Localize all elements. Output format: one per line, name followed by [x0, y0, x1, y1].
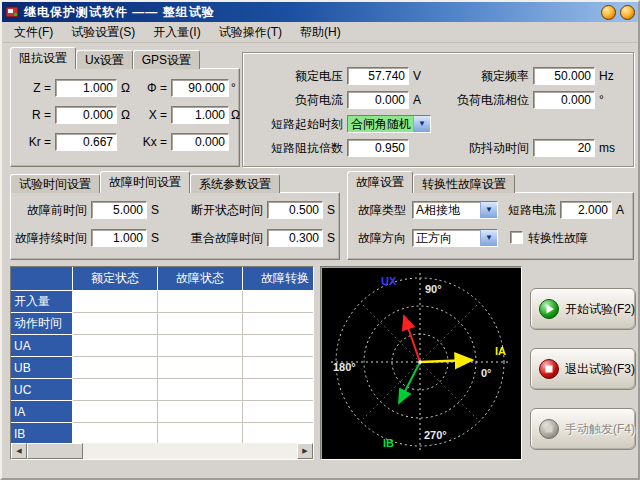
ux-axis-label: UX	[381, 275, 397, 287]
open-state-time-field[interactable]: 0.500	[267, 201, 323, 219]
chevron-down-icon[interactable]: ▼	[413, 116, 430, 132]
table-cell[interactable]	[73, 401, 158, 423]
chevron-down-icon[interactable]: ▼	[480, 202, 497, 218]
tab-gps-settings[interactable]: GPS设置	[133, 50, 200, 69]
manual-trigger-icon	[538, 418, 560, 440]
load-current-field[interactable]: 0.000	[347, 91, 409, 109]
window-title: 继电保护测试软件 —— 整组试验	[24, 4, 215, 21]
x-field[interactable]: 1.000	[171, 106, 229, 124]
r-label: R =	[13, 106, 51, 124]
tab-fault-time-settings[interactable]: 故障时间设置	[100, 171, 190, 193]
table-cell[interactable]	[73, 379, 158, 401]
menu-item-test-settings[interactable]: 试验设置(S)	[62, 22, 144, 43]
convertible-fault-checkbox[interactable]	[510, 231, 523, 244]
close-button[interactable]	[620, 5, 635, 20]
reclose-fault-time-field[interactable]: 0.300	[267, 229, 323, 247]
minimize-button[interactable]	[601, 5, 616, 20]
time-tabbar: 试验时间设置 故障时间设置 系统参数设置	[10, 172, 280, 193]
tab-convertible-fault-settings[interactable]: 转换性故障设置	[413, 174, 515, 193]
table-cell[interactable]	[73, 313, 158, 335]
table-cell[interactable]	[243, 335, 314, 357]
tab-test-time-settings[interactable]: 试验时间设置	[10, 174, 100, 193]
table-row: UA	[11, 335, 313, 357]
menu-item-file[interactable]: 文件(F)	[5, 22, 62, 43]
manual-trigger-label: 手动触发(F4)	[565, 421, 635, 438]
table-cell[interactable]	[243, 423, 314, 445]
short-circuit-current-field[interactable]: 2.000	[560, 201, 612, 219]
table-cell[interactable]	[73, 291, 158, 313]
table-cell[interactable]	[243, 357, 314, 379]
table-cell[interactable]	[73, 357, 158, 379]
exit-test-button[interactable]: 退出试验(F3)	[530, 348, 636, 390]
load-current-phase-field[interactable]: 0.000	[533, 91, 595, 109]
system-settings-group: 额定电压 57.740 V 额定频率 50.000 Hz 负荷电流 0.000 …	[242, 52, 634, 167]
tab-ux-settings[interactable]: Ux设置	[76, 50, 133, 69]
start-icon	[538, 298, 560, 320]
table-cell[interactable]	[158, 313, 243, 335]
chevron-down-icon[interactable]: ▼	[480, 230, 497, 246]
impedance-multiplier-field[interactable]: 0.950	[347, 139, 409, 157]
impedance-panel: Z = 1.000 Ω Φ = 90.000 ° R = 0.000 Ω X =…	[10, 68, 240, 167]
scroll-thumb[interactable]	[27, 443, 83, 459]
table-cell[interactable]	[158, 401, 243, 423]
rated-voltage-label: 额定电压	[247, 67, 343, 85]
manual-trigger-button[interactable]: 手动触发(F4)	[530, 408, 636, 450]
table-cell[interactable]	[243, 291, 314, 313]
fault-direction-combo[interactable]: 正方向 ▼	[412, 229, 498, 247]
tab-system-param-settings[interactable]: 系统参数设置	[190, 174, 280, 193]
deg270-label: 270°	[424, 429, 447, 441]
menu-item-test-operation[interactable]: 试验操作(T)	[210, 22, 291, 43]
table-cell[interactable]	[73, 335, 158, 357]
fault-type-combo[interactable]: A相接地 ▼	[412, 201, 498, 219]
table-row-label: 动作时间	[11, 313, 73, 335]
phi-unit: °	[231, 79, 236, 97]
table-cell[interactable]	[73, 423, 158, 445]
table-cell[interactable]	[158, 379, 243, 401]
table-cell[interactable]	[243, 401, 314, 423]
table-cell[interactable]	[158, 357, 243, 379]
scroll-left-button[interactable]: ◀	[11, 443, 27, 459]
start-test-button[interactable]: 开始试验(F2)	[530, 288, 636, 330]
deg180-label: 180°	[333, 361, 356, 373]
table-cell[interactable]	[158, 423, 243, 445]
debounce-time-field[interactable]: 20	[533, 139, 595, 157]
table-cell[interactable]	[243, 379, 314, 401]
table-row: 动作时间	[11, 313, 313, 335]
table-row: UC	[11, 379, 313, 401]
deg0-label: 0°	[481, 367, 492, 379]
phi-label: Φ =	[133, 79, 167, 97]
fault-pre-time-label: 故障前时间	[13, 201, 87, 219]
rated-frequency-unit: Hz	[599, 67, 614, 85]
z-field[interactable]: 1.000	[55, 79, 117, 97]
x-unit: Ω	[231, 106, 240, 124]
kx-field[interactable]: 0.000	[171, 133, 229, 151]
table-row-label: IB	[11, 423, 73, 445]
table-cell[interactable]	[158, 335, 243, 357]
table-row: IB	[11, 423, 313, 445]
phi-field[interactable]: 90.000	[171, 79, 229, 97]
scroll-track[interactable]	[83, 443, 297, 459]
fault-duration-unit: S	[151, 229, 159, 247]
titlebar[interactable]: 继电保护测试软件 —— 整组试验	[2, 2, 638, 22]
impedance-tabbar: 阻抗设置 Ux设置 GPS设置	[10, 48, 200, 69]
menu-item-binary-input[interactable]: 开入量(I)	[144, 22, 209, 43]
fault-type-label: 故障类型	[358, 201, 406, 219]
menu-item-help[interactable]: 帮助(H)	[291, 22, 350, 43]
tab-impedance-settings[interactable]: 阻抗设置	[10, 47, 76, 69]
table-cell[interactable]	[243, 313, 314, 335]
fault-duration-field[interactable]: 1.000	[91, 229, 147, 247]
short-circuit-current-label: 短路电流	[504, 201, 556, 219]
table-cell[interactable]	[158, 291, 243, 313]
ib-vector	[399, 362, 420, 403]
h-scrollbar[interactable]: ◀ ▶	[11, 443, 313, 459]
rated-frequency-field[interactable]: 50.000	[533, 67, 595, 85]
fault-pre-time-field[interactable]: 5.000	[91, 201, 147, 219]
r-field[interactable]: 0.000	[55, 106, 117, 124]
table-row: UB	[11, 357, 313, 379]
app-icon	[5, 5, 19, 19]
rated-voltage-field[interactable]: 57.740	[347, 67, 409, 85]
kr-field[interactable]: 0.667	[55, 133, 117, 151]
scroll-right-button[interactable]: ▶	[297, 443, 313, 459]
short-circuit-start-combo[interactable]: 合闸角随机 ▼	[347, 115, 431, 133]
tab-fault-settings[interactable]: 故障设置	[347, 171, 413, 193]
